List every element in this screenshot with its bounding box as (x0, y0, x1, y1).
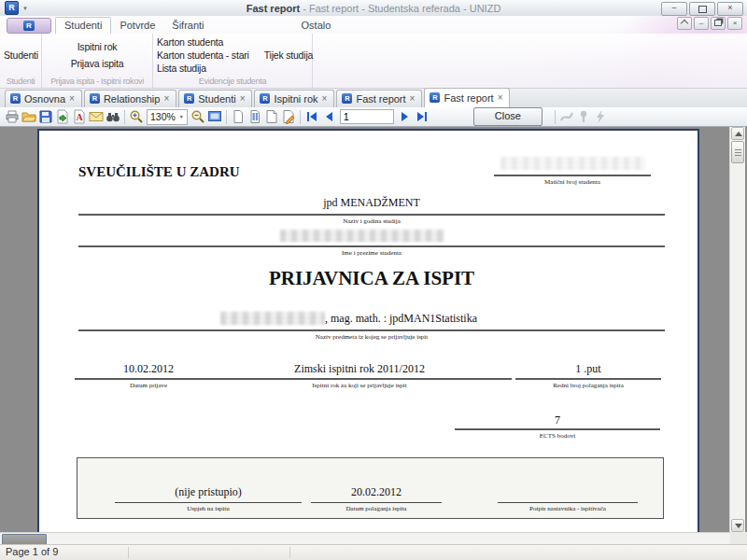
ribbon-tab-row: R Studenti Potvrde Šifranti Ostalo – × (0, 16, 747, 34)
attempt-value: 1 .put (515, 362, 661, 376)
pin-tool-icon[interactable] (575, 108, 592, 125)
scroll-down-button[interactable] (731, 519, 744, 532)
application-window: R ▼ Fast report - Fast report - Students… (0, 0, 747, 560)
ects-value: 7 (455, 413, 660, 427)
app-menu-caret-icon[interactable]: ▼ (22, 6, 28, 11)
horizontal-scrollbar[interactable] (0, 532, 730, 545)
scrollbar-corner (730, 532, 747, 545)
report-icon: R (260, 93, 270, 104)
maximize-icon (698, 6, 707, 13)
ribbon-item-prijava-ispita[interactable]: Prijava ispita (42, 57, 152, 70)
result-value: (nije pristupio) (115, 485, 302, 499)
close-window-button[interactable]: × (717, 2, 743, 16)
ribbon-item-ispitni-rok[interactable]: Ispitni rok (42, 40, 152, 53)
ribbon-body: Studenti Studenti Ispitni rok Prijava is… (0, 34, 747, 89)
maximize-button[interactable] (689, 2, 715, 16)
previous-page-icon[interactable] (320, 108, 337, 125)
doc-tab-ispitni-rok[interactable]: R Ispitni rok × (254, 90, 334, 107)
ribbon-item-tijek-studija[interactable]: Tijek studija (261, 49, 317, 62)
subject-label: Naziv predmeta iz kojeg se prijavljuje i… (78, 333, 665, 341)
student-id-redacted (500, 157, 646, 170)
ribbon-group-caption: Studenti (0, 76, 41, 88)
report-icon: R (90, 93, 100, 104)
signature-label: Potpis nastavnika - ispitivača (498, 505, 638, 512)
collapse-ribbon-button[interactable] (677, 17, 692, 30)
page-settings-icon[interactable] (230, 108, 247, 125)
exam-term-line (207, 378, 512, 380)
open-icon[interactable] (21, 108, 37, 125)
subject-redacted (220, 312, 325, 325)
export-icon[interactable] (54, 108, 71, 125)
exam-term-value: Zimski ispitni rok 2011/2012 (207, 362, 512, 376)
title-bar: R ▼ Fast report - Fast report - Students… (0, 0, 747, 17)
scroll-up-button[interactable] (731, 127, 744, 140)
close-tab-icon[interactable]: × (410, 94, 416, 104)
ribbon-tab-potvrde[interactable]: Potvrde (111, 18, 163, 34)
last-page-icon[interactable] (414, 108, 430, 125)
vertical-scrollbar[interactable] (729, 127, 745, 532)
page-columns-icon[interactable] (247, 108, 263, 125)
ribbon-item-studenti[interactable]: Studenti (0, 49, 41, 62)
exam-term-label: Ispitni rok za koji se prijavljuje ispit (207, 382, 512, 389)
toolbar-separator (226, 110, 227, 124)
edit-page-icon[interactable] (280, 108, 297, 125)
save-icon[interactable] (37, 108, 54, 125)
student-id-label: Matični broj studenta (494, 178, 651, 186)
page-number-input[interactable] (340, 109, 394, 124)
preview-toolbar: A 130% ▼ Close (0, 107, 747, 127)
curve-tool-icon[interactable] (558, 108, 575, 125)
ects-label: ECTS bodovi (455, 432, 660, 440)
mdi-restore-button[interactable] (711, 17, 726, 30)
doc-tab-osnovna[interactable]: R Osnovna × (5, 90, 82, 107)
print-icon[interactable] (4, 108, 21, 125)
zoom-level-combo[interactable]: 130% ▼ (147, 109, 188, 125)
arrow-down-icon (735, 524, 742, 528)
toolbar-separator (300, 110, 301, 124)
ribbon-item-lista-studija[interactable]: Lista studija (153, 62, 312, 75)
page-outline-icon[interactable] (263, 108, 280, 125)
doc-tab-studenti[interactable]: R Studenti × (178, 90, 252, 107)
first-page-icon[interactable] (303, 108, 320, 125)
report-icon: R (342, 93, 352, 104)
vertical-scroll-thumb[interactable] (731, 141, 744, 163)
study-name: jpd MENADŽMENT (78, 196, 665, 210)
close-tab-icon[interactable]: × (322, 94, 328, 104)
minimize-button[interactable]: – (661, 2, 687, 16)
close-tab-icon[interactable]: × (240, 94, 246, 104)
close-preview-button[interactable]: Close (473, 107, 543, 126)
fullscreen-icon[interactable] (206, 108, 223, 125)
mdi-close-button[interactable]: × (727, 17, 742, 30)
quick-action-icon[interactable] (592, 108, 609, 125)
next-page-icon[interactable] (397, 108, 414, 125)
pdf-export-icon[interactable]: A (71, 108, 88, 125)
close-tab-icon[interactable]: × (69, 94, 75, 104)
window-title-app: Fast report (247, 3, 300, 14)
application-date-value: 10.02.2012 (75, 362, 222, 376)
ribbon-item-karton-studenta-stari[interactable]: Karton studenta - stari (153, 49, 253, 62)
doc-tab-relationship[interactable]: R Relationship × (84, 90, 176, 107)
ribbon-tab-ostalo[interactable]: Ostalo (293, 18, 340, 34)
exam-date-label: Datum polaganja ispita (311, 505, 442, 512)
mdi-minimize-button[interactable]: – (694, 17, 709, 30)
ribbon-tab-sifranti[interactable]: Šifranti (163, 18, 212, 34)
app-icon[interactable]: R (5, 1, 19, 15)
zoom-in-icon[interactable] (128, 108, 145, 125)
application-menu-button[interactable]: R (7, 18, 51, 34)
signature-line (498, 502, 638, 503)
ects-line (455, 428, 660, 430)
doc-tab-label: Fast report (356, 93, 405, 105)
ribbon: R Studenti Potvrde Šifranti Ostalo – × S… (0, 16, 747, 89)
email-icon[interactable] (88, 108, 105, 125)
doc-tab-fast-report-1[interactable]: R Fast report × (336, 90, 422, 107)
report-icon: R (10, 93, 21, 104)
close-tab-icon[interactable]: × (498, 93, 503, 103)
student-id-line (494, 175, 651, 176)
doc-tab-fast-report-2[interactable]: R Fast report × (424, 88, 510, 107)
ribbon-item-karton-studenta[interactable]: Karton studenta (153, 35, 312, 49)
ribbon-tab-studenti[interactable]: Studenti (55, 17, 111, 34)
student-name-label: Ime i prezime studenta (78, 249, 665, 257)
subject-line (78, 329, 665, 331)
zoom-out-icon[interactable] (190, 108, 206, 125)
find-icon[interactable] (105, 108, 121, 125)
close-tab-icon[interactable]: × (163, 94, 169, 104)
